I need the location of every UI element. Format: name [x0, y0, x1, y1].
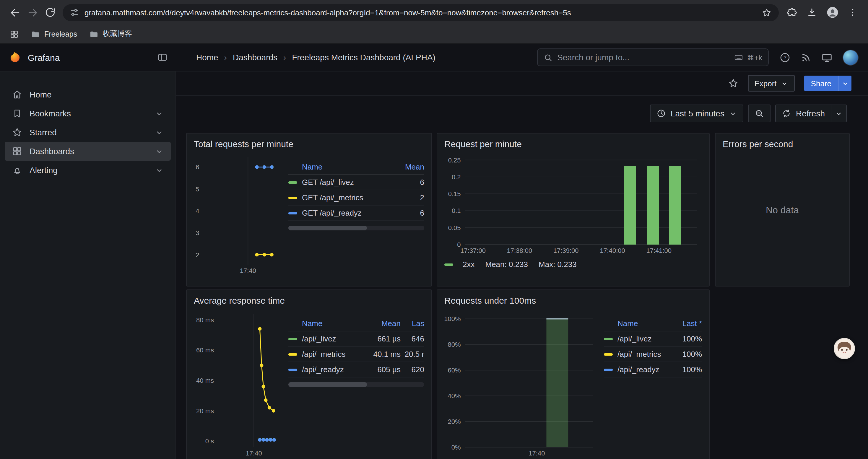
- horizontal-scrollbar[interactable]: [288, 382, 424, 387]
- bookmark-folder-freeleaps[interactable]: Freeleaps: [31, 29, 77, 39]
- legend-row[interactable]: /api/_livez 100%: [604, 331, 702, 347]
- refresh-button[interactable]: Refresh: [775, 104, 831, 122]
- zoom-out-button[interactable]: [748, 104, 771, 122]
- sidebar-item-alerting[interactable]: Alerting: [5, 161, 171, 179]
- legend-row[interactable]: /api/_readyz 100%: [604, 362, 702, 378]
- sidebar-toggle-icon[interactable]: [157, 52, 168, 63]
- site-settings-icon[interactable]: [70, 8, 79, 17]
- svg-text:17:40: 17:40: [529, 450, 545, 457]
- bar-chart[interactable]: 0.250.20.150.10.05017:37:0017:38:0017:39…: [444, 151, 702, 255]
- help-icon[interactable]: ?: [779, 52, 790, 63]
- series-mean: 661 µs: [365, 334, 401, 343]
- sidebar-item-bookmarks[interactable]: Bookmarks: [5, 104, 171, 123]
- favorite-star-icon[interactable]: [728, 78, 738, 89]
- forward-icon: [27, 7, 38, 18]
- series-mean: 6: [391, 178, 424, 187]
- time-range-picker[interactable]: Last 5 minutes: [650, 104, 743, 122]
- column-header-mean[interactable]: Mean: [391, 162, 424, 171]
- series-name[interactable]: GET /api/_metrics: [302, 193, 391, 202]
- refresh-label: Refresh: [796, 109, 825, 118]
- column-header-name[interactable]: Name: [288, 319, 365, 328]
- series-name[interactable]: /api/_metrics: [617, 350, 673, 359]
- legend[interactable]: 2xx Mean: 0.233 Max: 0.233: [444, 260, 702, 269]
- line-chart[interactable]: 80 ms60 ms40 ms20 ms0 s17:40: [194, 309, 282, 458]
- panel-title[interactable]: Requests under 100ms: [444, 294, 702, 308]
- apps-grid-icon[interactable]: [9, 29, 19, 39]
- sidebar-item-dashboards[interactable]: Dashboards: [5, 142, 171, 161]
- forward-button[interactable]: [24, 4, 41, 21]
- back-button[interactable]: [6, 4, 24, 21]
- legend-row[interactable]: GET /api/_livez 6: [288, 175, 424, 190]
- scrollbar-thumb[interactable]: [288, 226, 367, 230]
- main-content: Export Share Last 5 minutes: [176, 71, 868, 459]
- column-header-name[interactable]: Name: [604, 319, 673, 328]
- search-input[interactable]: Search or jump to... ⌘+k: [537, 48, 769, 66]
- series-color-dash: [604, 368, 613, 371]
- sidebar-item-home[interactable]: Home: [5, 85, 171, 104]
- monitor-icon[interactable]: [821, 52, 833, 63]
- share-button[interactable]: Share: [804, 76, 851, 91]
- bookmark-folder-blogs[interactable]: 收藏博客: [89, 29, 132, 39]
- panel-title[interactable]: Errors per second: [723, 137, 842, 151]
- chevron-down-icon[interactable]: [155, 166, 164, 174]
- legend-row[interactable]: GET /api/_readyz 6: [288, 205, 424, 221]
- series-last: 620: [401, 365, 424, 374]
- bar-chart[interactable]: 100%80%60%40%20%0%17:40: [444, 309, 598, 458]
- series-name[interactable]: /api/_readyz: [617, 365, 673, 374]
- svg-text:0.2: 0.2: [452, 173, 461, 181]
- breadcrumb-dashboards[interactable]: Dashboards: [233, 53, 277, 62]
- extensions-icon[interactable]: [787, 7, 798, 18]
- floating-assistant-avatar[interactable]: [834, 338, 855, 359]
- series-name[interactable]: /api/_livez: [617, 334, 673, 343]
- series-name[interactable]: /api/_livez: [302, 334, 365, 343]
- refresh-interval-caret[interactable]: [831, 104, 847, 122]
- url-bar[interactable]: grafana.mathmast.com/d/deytv4rwavabkb/fr…: [63, 4, 779, 21]
- svg-text:17:40:00: 17:40:00: [600, 247, 625, 254]
- grafana-logo[interactable]: [8, 51, 21, 64]
- line-chart[interactable]: 6543217:40: [194, 153, 282, 275]
- search-shortcut: ⌘+k: [734, 53, 762, 62]
- sidebar-item-starred[interactable]: Starred: [5, 123, 171, 142]
- folder-icon: [31, 29, 40, 39]
- panel-title[interactable]: Average response time: [194, 294, 424, 308]
- series-color-dash: [288, 212, 297, 214]
- browser-profile-avatar[interactable]: [826, 6, 839, 19]
- sidebar-item-label: Bookmarks: [30, 109, 71, 118]
- legend-row[interactable]: GET /api/_metrics 2: [288, 190, 424, 205]
- chevron-down-icon[interactable]: [155, 128, 164, 137]
- column-header-last[interactable]: Last *: [673, 319, 702, 328]
- series-name[interactable]: GET /api/_readyz: [302, 208, 391, 218]
- chevron-down-icon[interactable]: [155, 147, 164, 156]
- panel-title[interactable]: Request per minute: [444, 137, 702, 151]
- panel-title[interactable]: Total requests per minute: [194, 137, 424, 151]
- series-name[interactable]: /api/_metrics: [302, 350, 365, 359]
- horizontal-scrollbar[interactable]: [288, 226, 424, 230]
- browser-menu-kebab-icon[interactable]: [848, 8, 857, 17]
- legend-row[interactable]: /api/_metrics 40.1 ms 20.5 r: [288, 347, 424, 362]
- user-avatar[interactable]: [843, 49, 859, 65]
- svg-text:17:38:00: 17:38:00: [507, 247, 532, 254]
- series-name[interactable]: GET /api/_livez: [302, 178, 391, 187]
- column-header-last[interactable]: Las: [401, 319, 424, 328]
- bookmark-star-icon[interactable]: [762, 7, 772, 18]
- url-text[interactable]: grafana.mathmast.com/d/deytv4rwavabkb/fr…: [85, 8, 756, 17]
- downloads-icon[interactable]: [807, 7, 817, 18]
- svg-text:20%: 20%: [448, 418, 461, 425]
- svg-text:0%: 0%: [452, 444, 461, 451]
- export-button[interactable]: Export: [748, 75, 795, 92]
- column-header-mean[interactable]: Mean: [365, 319, 401, 328]
- legend-row[interactable]: /api/_metrics 100%: [604, 347, 702, 362]
- panel-request-per-minute: Request per minute 0.250.20.150.10.05017…: [437, 133, 710, 287]
- series-name[interactable]: 2xx: [463, 260, 474, 269]
- scrollbar-thumb[interactable]: [288, 382, 367, 387]
- breadcrumb: Home › Dashboards › Freeleaps Metrics Da…: [196, 53, 537, 62]
- rss-icon[interactable]: [801, 52, 811, 63]
- share-menu-caret[interactable]: [838, 76, 851, 91]
- column-header-name[interactable]: Name: [288, 162, 391, 171]
- reload-button[interactable]: [41, 4, 59, 21]
- chevron-down-icon[interactable]: [155, 109, 164, 118]
- legend-row[interactable]: /api/_readyz 605 µs 620: [288, 362, 424, 378]
- legend-row[interactable]: /api/_livez 661 µs 646: [288, 331, 424, 347]
- breadcrumb-home[interactable]: Home: [196, 53, 218, 62]
- series-name[interactable]: /api/_readyz: [302, 365, 365, 374]
